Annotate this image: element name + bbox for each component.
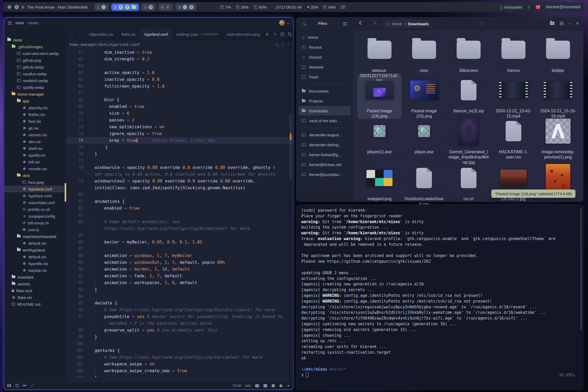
code-line-87[interactable]: 87 xyxy=(66,246,293,252)
chevron-down-icon[interactable] xyxy=(287,21,290,24)
code-line-67[interactable]: 67 xyxy=(66,90,293,96)
file-item-karma[interactable]: Karma xyxy=(491,33,536,73)
sidebar-item-trash[interactable]: Trash xyxy=(299,72,351,82)
code-line-wrap[interactable]: mainMod + P in the keybinds section belo… xyxy=(66,320,293,327)
code-line-71[interactable]: 71passes = 2 xyxy=(66,117,293,124)
code-line-99[interactable]: 99} xyxy=(66,334,293,340)
tree-item-cool-retro-term.webp[interactable]: cool-retro-term.webp xyxy=(4,50,66,57)
git-branch[interactable]: master xyxy=(28,21,39,25)
nav-back-icon[interactable]: ← xyxy=(70,32,74,36)
tree-item-flake.lock[interactable]: flake.lock xyxy=(4,287,66,294)
tree-item-readme.md[interactable]: README.md xyxy=(4,301,66,308)
code-editor[interactable]: 6061dim_inactive = true62dim_strength = … xyxy=(66,46,293,377)
sidebar-item-network[interactable]: Network xyxy=(299,62,351,72)
code-line-wrap[interactable]: https://wiki.hyprland.org/Configuring/An… xyxy=(66,225,293,232)
edit-icon[interactable]: ✎ xyxy=(282,42,284,47)
avatar[interactable] xyxy=(279,20,285,26)
copilot-icon[interactable] xyxy=(255,384,259,387)
file-item-silkscreen[interactable]: Silkscreen xyxy=(446,33,491,73)
code-line-75[interactable]: 75} xyxy=(66,144,293,151)
files-headerbar[interactable]: Files ⌂ Home / Downloads ⋮ × xyxy=(297,17,583,30)
code-line-93[interactable]: 93} xyxy=(66,286,293,293)
sidebar-item-kieran-purplebu-[interactable]: kieran@purplebu… xyxy=(299,170,351,179)
code-line-97[interactable]: 97pseudotile = yes # master switch for p… xyxy=(66,313,293,320)
tree-item-neofetch.webp[interactable]: neofetch.webp xyxy=(4,77,66,84)
code-line-79[interactable]: 79windowrulev2 = opacity 0.88 override 0… xyxy=(66,178,293,185)
code-line-70[interactable]: 70size = 6 xyxy=(66,110,293,117)
sidebar-item-recent[interactable]: Recent xyxy=(299,42,351,52)
tree-item-nixos[interactable]: nixos xyxy=(4,36,66,43)
code-line-94[interactable]: 94 xyxy=(66,293,293,300)
code-line-wrap[interactable]: initialClass: (dev.zed.Zed|spotify|Slack… xyxy=(66,185,293,191)
notifications-icon[interactable] xyxy=(279,384,282,387)
tree-item-.github-images[interactable]: .github/images xyxy=(4,43,66,50)
tree-item-app[interactable]: app xyxy=(4,97,66,104)
bluetooth-icon[interactable]: ᛒ xyxy=(528,5,530,9)
file-item-player-1-.ase[interactable]: player(1).ase xyxy=(357,114,402,155)
code-line-63[interactable]: 63 xyxy=(66,63,293,69)
code-line-96[interactable]: 96# See https://wiki.hyprland.org/Config… xyxy=(66,307,293,313)
tab-r[interactable]: R xyxy=(264,28,270,40)
code-line-104[interactable]: 104workspace_swipe_create_new = true xyxy=(66,368,293,374)
file-item-wrapped.png[interactable]: wrapped.png xyxy=(357,161,402,201)
code-line-73[interactable]: 73ignore_opacity = true xyxy=(66,130,293,137)
file-item-doubloonleaderboard.csv[interactable]: DoubloonLeaderboard.csv xyxy=(402,161,446,207)
menu-icon[interactable] xyxy=(8,22,12,24)
code-line-90[interactable]: 90animation = border, 1, 10, default xyxy=(66,266,293,273)
close-button[interactable]: × xyxy=(576,21,579,26)
file-item-pasted-image-23-.png[interactable]: Pasted image (23).png xyxy=(402,74,446,119)
sidebar-item-kieran-klukas-g-[interactable]: kieran.klukas@g… xyxy=(299,150,351,159)
code-line-84[interactable]: 84# Some default animations, see xyxy=(66,218,293,225)
tab-hyprland.conf[interactable]: hyprland.conf xyxy=(140,28,172,40)
now-playing-title[interactable]: The Final Arrow - Marc Streitenfeld xyxy=(27,5,88,9)
terminal-panel-icon[interactable]: › xyxy=(264,384,267,387)
sidebar-item-alesander-august-[interactable]: alesander.august… xyxy=(299,130,351,139)
terminal-scrollbar[interactable] xyxy=(580,208,582,330)
terminal-window[interactable]: [sudo] password for kierank:Place your f… xyxy=(296,204,583,390)
pause-icon[interactable] xyxy=(22,6,24,9)
tree-item-dots[interactable]: dots xyxy=(4,172,66,179)
sidebar-item-documents[interactable]: Documents xyxy=(299,86,351,96)
back-button[interactable] xyxy=(359,21,363,25)
tree-item-tofi.nix[interactable]: ❆tofi.nix xyxy=(4,158,66,165)
tree-item-git.nix[interactable]: ❆git.nix xyxy=(4,125,66,131)
code-line-100[interactable]: 100 xyxy=(66,340,293,347)
tree-item-hyprlock.conf[interactable]: ⚙hyprlock.conf xyxy=(4,192,66,199)
tree-item-prettify-ss.sh[interactable]: ›prettify-ss.sh xyxy=(4,206,66,213)
split-pane-button[interactable] xyxy=(280,33,285,36)
tab-settings.json[interactable]: settings.json~/.config/zed xyxy=(172,28,222,40)
code-line-65[interactable]: 65inactive_opacity = 0.8 xyxy=(66,76,293,83)
tree-item-face.jpeg[interactable]: face.jpeg xyxy=(4,179,66,186)
dino-icon[interactable] xyxy=(536,5,540,9)
code-line-61[interactable]: 61dim_inactive = true xyxy=(66,49,293,56)
sidebar-menu-icon[interactable] xyxy=(343,22,347,25)
file-item-favicon-io-3-.zip[interactable]: favicon_io(3).zip xyxy=(446,74,491,114)
tree-item-foot.nix[interactable]: ❆foot.nix xyxy=(4,118,66,125)
expand-button[interactable] xyxy=(288,33,292,36)
tree-item-home-manager[interactable]: home-manager xyxy=(4,91,66,97)
workspace-9[interactable]: 9? xyxy=(175,4,196,11)
tree-item-flake.nix[interactable]: ❆flake.nix xyxy=(4,294,66,301)
code-line-82[interactable]: 82enabled = true xyxy=(66,205,293,212)
view-toggle-icon[interactable] xyxy=(560,22,564,25)
file-item-hackatime-1-user.csv[interactable]: HACKATIME-1-user.csv xyxy=(491,114,536,160)
collab-panel-toggle-icon[interactable] xyxy=(23,384,27,387)
sidebar-item-home[interactable]: ⌂Home xyxy=(299,33,351,42)
code-line-88[interactable]: 88animation = windows, 1, 7, myBezier xyxy=(66,252,293,259)
code-line-105[interactable]: 105} xyxy=(66,374,293,377)
search-icon[interactable] xyxy=(303,22,306,25)
nav-forward-icon[interactable]: → xyxy=(77,32,81,36)
file-item-misc[interactable]: misc xyxy=(402,33,446,73)
env-label[interactable]: env xyxy=(245,384,251,388)
file-item-pasted-image-24-.png[interactable]: Pasted image (24).png xyxy=(357,74,402,119)
folder-search-icon[interactable] xyxy=(550,22,554,25)
code-line-74[interactable]: 74xray = trueKieran Klukas, 1 hour ago xyxy=(66,137,293,144)
code-line-76[interactable]: 76} xyxy=(66,151,293,157)
code-line-77[interactable]: 77 xyxy=(66,157,293,164)
code-line-85[interactable]: 85 xyxy=(66,232,293,239)
tab-cool-retro-term.png[interactable]: cool-retro-term.png xyxy=(222,28,264,40)
tree-item-hypridle.nix[interactable]: ❆hypridle.nix xyxy=(4,260,66,267)
file-item-ca.crt[interactable]: ca.crt xyxy=(446,161,491,201)
breadcrumb-home[interactable]: Home xyxy=(392,22,402,26)
volume-stat[interactable]: 20% xyxy=(307,5,318,9)
